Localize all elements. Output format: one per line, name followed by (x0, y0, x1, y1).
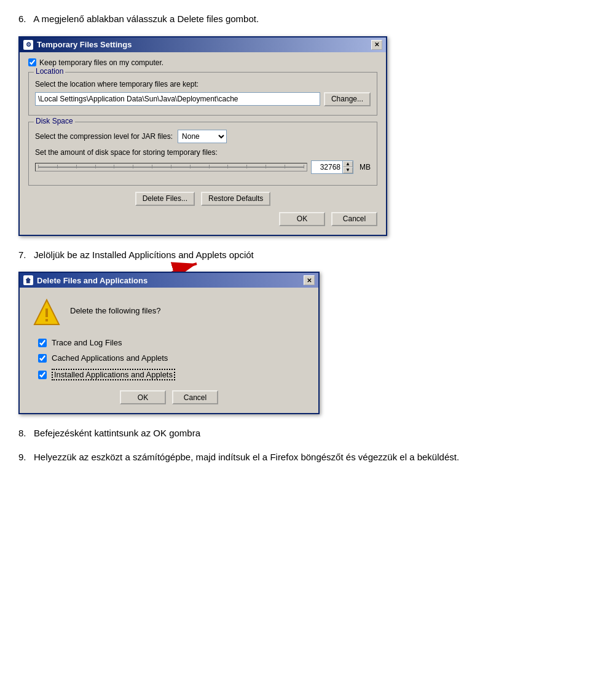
step-6-content: A megjelenő ablakban válasszuk a Delete … (33, 14, 259, 24)
delete-restore-row: Delete Files... Restore Defaults (28, 192, 377, 206)
location-path-row: Change... (35, 92, 371, 106)
step-8-number: 8. (18, 428, 26, 438)
checkbox-cached[interactable] (38, 354, 47, 363)
disk-space-slider-row: Set the amount of disk space for storing… (35, 148, 371, 174)
compression-label: Select the compression level for JAR fil… (35, 132, 173, 141)
delete-cancel-button[interactable]: Cancel (172, 390, 218, 404)
ok-cancel-row: OK Cancel (28, 212, 377, 226)
step-6-number: 6. (18, 14, 26, 24)
delete-files-button[interactable]: Delete Files... (135, 192, 195, 206)
temp-files-body: Keep temporary files on my computer. Loc… (20, 52, 386, 235)
temp-files-dialog: ⚙ Temporary Files Settings ✕ Keep tempor… (18, 36, 387, 236)
keep-files-label: Keep temporary files on my computer. (39, 58, 163, 67)
keep-files-checkbox-row: Keep temporary files on my computer. (28, 58, 377, 67)
step-9-text: 9. Helyezzük az eszközt a számítógépbe, … (18, 450, 572, 465)
cancel-button[interactable]: Cancel (331, 212, 377, 226)
keep-files-checkbox[interactable] (28, 58, 36, 66)
restore-defaults-button[interactable]: Restore Defaults (201, 192, 270, 206)
delete-files-titlebar: 🗑 Delete Files and Applications ✕ (20, 273, 318, 288)
delete-files-body: Delete the following files? Trace and Lo… (20, 288, 318, 413)
spinner-down-icon[interactable]: ▼ (343, 167, 353, 173)
spinner-up-icon[interactable]: ▲ (343, 161, 353, 167)
checkbox-cached-row: Cached Applications and Applets (38, 353, 306, 363)
step-9-content: Helyezzük az eszközt a számítógépbe, maj… (34, 452, 459, 462)
change-button[interactable]: Change... (324, 92, 371, 106)
disk-space-value[interactable] (312, 163, 342, 171)
checkbox-trace-row: Trace and Log Files (38, 338, 306, 347)
disk-space-group: Disk Space Select the compression level … (28, 122, 377, 186)
temp-files-title: Temporary Files Settings (37, 40, 132, 49)
disk-space-spinner: ▲ ▼ (311, 160, 353, 174)
svg-rect-3 (45, 319, 48, 321)
checkbox-installed-label: Installed Applications and Applets (52, 369, 175, 380)
checkbox-trace-label: Trace and Log Files (52, 338, 122, 347)
step-6-text: 6. A megjelenő ablakban válasszuk a Dele… (18, 12, 572, 26)
disk-space-label: Set the amount of disk space for storing… (35, 148, 371, 157)
temp-files-controls: ✕ (371, 40, 382, 50)
temp-files-titlebar: ⚙ Temporary Files Settings ✕ (20, 37, 386, 52)
disk-space-group-label: Disk Space (34, 117, 75, 125)
checkbox-installed[interactable] (38, 371, 47, 379)
step-7-content: Jelöljük be az Installed Applicítions an… (34, 250, 254, 260)
delete-question-row: Delete the following files? (32, 297, 306, 327)
step-7-number: 7. (18, 250, 26, 260)
step-9-number: 9. (18, 452, 26, 462)
location-group-label: Location (34, 67, 65, 76)
delete-files-title: Delete Files and Applications (37, 276, 148, 285)
checkbox-installed-row: Installed Applications and Applets (38, 369, 306, 380)
temp-files-title-icon: ⚙ (23, 40, 33, 50)
location-group: Location Select the location where tempo… (28, 72, 377, 116)
red-arrow-2 (37, 481, 135, 486)
delete-ok-button[interactable]: OK (120, 390, 166, 404)
step-8-text: 8. Befejezésként kattintsunk az OK gombr… (18, 427, 572, 441)
compression-select[interactable]: None (178, 130, 227, 143)
delete-question-text: Delete the following files? (70, 297, 160, 315)
disk-space-slider[interactable] (35, 163, 307, 171)
delete-ok-cancel-row: OK Cancel (32, 390, 306, 404)
warning-icon (32, 297, 61, 327)
delete-files-dialog: 🗑 Delete Files and Applications ✕ Delete… (18, 272, 320, 414)
checkbox-trace[interactable] (38, 339, 47, 347)
location-desc: Select the location where temporary file… (35, 80, 371, 88)
disk-space-unit: MB (360, 163, 371, 171)
compression-row: Select the compression level for JAR fil… (35, 130, 371, 143)
ok-button[interactable]: OK (279, 212, 325, 226)
step-8-content: Befejezésként kattintsunk az OK gombra (34, 428, 200, 438)
step-7-text: 7. Jelöljük be az Installed Applicítions… (18, 248, 572, 262)
delete-close-icon[interactable]: ✕ (304, 275, 315, 285)
temp-files-dialog-wrapper: ⚙ Temporary Files Settings ✕ Keep tempor… (18, 36, 387, 248)
delete-checkboxes: Trace and Log Files Cached Applications … (32, 338, 306, 380)
svg-rect-2 (45, 309, 48, 317)
delete-files-title-icon: 🗑 (23, 275, 33, 285)
checkbox-cached-label: Cached Applications and Applets (52, 353, 168, 363)
delete-files-dialog-wrapper: 🗑 Delete Files and Applications ✕ Delete… (18, 272, 320, 427)
location-path-field[interactable] (35, 92, 320, 106)
close-icon[interactable]: ✕ (371, 40, 382, 50)
